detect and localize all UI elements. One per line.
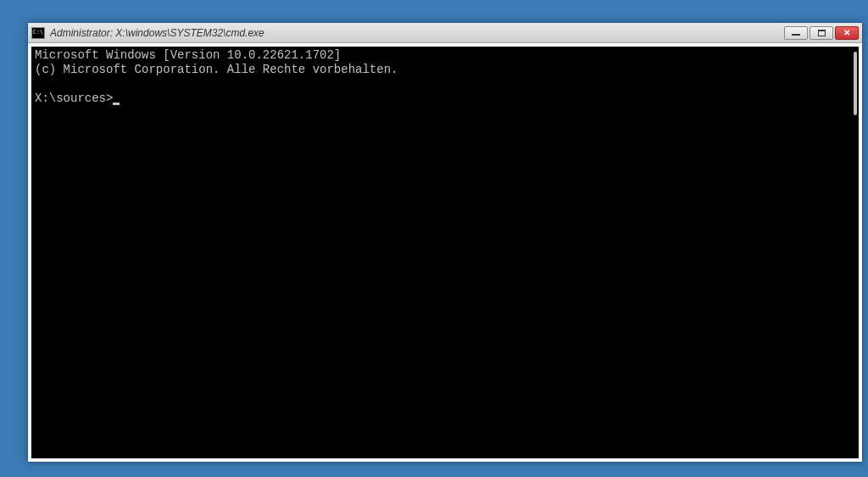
window-title: Administrator: X:\windows\SYSTEM32\cmd.e… [50,27,784,39]
command-prompt-window: C:\ Administrator: X:\windows\SYSTEM32\c… [27,22,863,463]
cmd-icon-label: C:\ [33,30,44,36]
console-output: Microsoft Windows [Version 10.0.22621.17… [31,47,859,106]
cmd-icon: C:\ [31,27,45,39]
minimize-button[interactable] [784,26,808,40]
maximize-icon [818,30,826,36]
console-prompt: X:\sources> [35,92,113,105]
close-button[interactable]: ✕ [835,26,859,40]
titlebar[interactable]: C:\ Administrator: X:\windows\SYSTEM32\c… [28,23,862,43]
minimize-icon [792,34,800,36]
text-cursor [113,103,120,105]
vertical-scrollbar[interactable] [854,52,857,115]
console-area[interactable]: Microsoft Windows [Version 10.0.22621.17… [31,47,859,458]
close-icon: ✕ [843,29,850,37]
console-line-version: Microsoft Windows [Version 10.0.22621.17… [35,48,341,62]
console-line-copyright: (c) Microsoft Corporation. Alle Rechte v… [35,63,398,76]
maximize-button[interactable] [810,26,833,40]
window-controls: ✕ [784,26,859,40]
